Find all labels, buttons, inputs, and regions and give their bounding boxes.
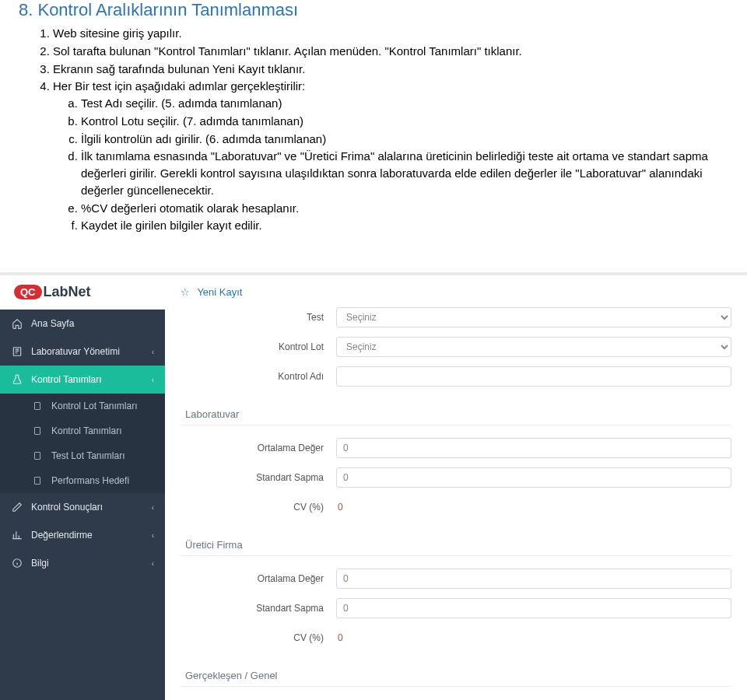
chevron-left-icon: ‹ [152, 503, 154, 512]
input-lab-std[interactable] [336, 467, 731, 488]
home-icon [11, 318, 23, 329]
doc-heading: 8. Kontrol Aralıklarının Tanımlanması [19, 0, 728, 20]
label-cv: CV (%) [181, 502, 336, 513]
svg-rect-3 [35, 453, 40, 460]
doc-substep: Kaydet ile girilen bilgiler kayıt edilir… [81, 217, 728, 234]
label-ort: Ortalama Değer [181, 443, 336, 453]
sidebar-item-label: Kontrol Tanımları [51, 425, 122, 436]
sidebar-item-label: Değerlendirme [31, 530, 93, 541]
main-panel: ☆ Yeni Kayıt Test Seçiniz Kontrol Lot Se… [165, 275, 747, 700]
section-uretici: Üretici Firma [181, 525, 731, 556]
doc-substep: İlgili kontrolün adı girilir. (6. adımda… [81, 131, 728, 148]
sidebar: QC LabNet Ana Sayfa Laboratuvar Yönetimi… [0, 275, 165, 700]
sidebar-item-kontrol-sonuclari[interactable]: Kontrol Sonuçları ‹ [0, 493, 165, 521]
sidebar-item-label: Laboratuvar Yönetimi [31, 346, 120, 357]
value-ur-cv: 0 [336, 632, 343, 643]
lab-icon [11, 346, 23, 357]
input-ur-std[interactable] [336, 598, 731, 618]
document-icon [31, 401, 44, 411]
chevron-left-icon: ‹ [152, 376, 154, 384]
doc-step: Sol tarafta bulunan "Kontrol Tanımları" … [53, 43, 728, 60]
label-std: Standart Sapma [181, 603, 336, 614]
label-test: Test [181, 312, 336, 323]
chevron-left-icon: ‹ [152, 531, 154, 540]
sidebar-sub-kontrol[interactable]: Kontrol Tanımları [0, 418, 165, 443]
pencil-icon [11, 502, 23, 513]
page-title: ☆ Yeni Kayıt [181, 275, 731, 306]
select-test[interactable]: Seçiniz [336, 307, 731, 327]
doc-ordered-list: Web sitesine giriş yapılır. Sol tarafta … [19, 25, 728, 234]
input-ur-ort[interactable] [336, 569, 731, 589]
row-ur-cv: CV (%) 0 [181, 626, 731, 649]
label-cv: CV (%) [181, 632, 336, 643]
flask-icon [11, 374, 23, 385]
doc-step: Her Bir test için aşağıdaki adımlar gerç… [53, 78, 728, 234]
logo-labnet: LabNet [44, 284, 91, 300]
chevron-left-icon: ‹ [152, 348, 154, 356]
row-kontrol-lot: Kontrol Lot Seçiniz [181, 335, 731, 359]
input-kontrol-adi[interactable] [336, 366, 731, 387]
input-lab-ort[interactable] [336, 438, 731, 458]
sidebar-item-label: Bilgi [31, 558, 49, 569]
document-icon [31, 451, 44, 460]
row-ur-std: Standart Sapma [181, 597, 731, 620]
row-lab-std: Standart Sapma [181, 466, 731, 489]
sidebar-item-label: Ana Sayfa [31, 318, 74, 329]
value-lab-cv: 0 [336, 502, 343, 513]
sidebar-item-label: Performans Hedefi [51, 475, 129, 486]
sidebar-item-label: Kontrol Sonuçları [31, 502, 103, 513]
section-gerceklesen: Gerçekleşen / Genel [181, 656, 731, 687]
svg-rect-4 [35, 478, 40, 485]
sidebar-sub-test-lot[interactable]: Test Lot Tanımları [0, 443, 165, 468]
doc-step: Ekranın sağ tarafında bulunan Yeni Kayıt… [53, 61, 728, 78]
info-icon [11, 558, 23, 569]
document-icon [31, 476, 44, 485]
bar-chart-icon [11, 530, 23, 541]
logo: QC LabNet [0, 275, 165, 310]
row-lab-ort: Ortalama Değer [181, 436, 731, 460]
doc-step-text: Her Bir test için aşağıdaki adımlar gerç… [53, 79, 305, 93]
star-icon: ☆ [181, 286, 190, 298]
sidebar-item-kontrol-tanimlari[interactable]: Kontrol Tanımları ‹ [0, 366, 165, 394]
document-icon [31, 426, 44, 436]
row-test: Test Seçiniz [181, 306, 731, 329]
svg-rect-2 [35, 428, 40, 435]
doc-substep: %CV değerleri otomatik olarak hesaplanır… [81, 200, 728, 217]
label-kontrol-adi: Kontrol Adı [181, 371, 336, 382]
select-kontrol-lot[interactable]: Seçiniz [336, 337, 731, 357]
doc-sublist: Test Adı seçilir. (5. adımda tanımlanan)… [53, 95, 728, 234]
doc-substep: Test Adı seçilir. (5. adımda tanımlanan) [81, 95, 728, 112]
row-lab-cv: CV (%) 0 [181, 495, 731, 519]
doc-step: Web sitesine giriş yapılır. [53, 25, 728, 42]
doc-substep: Kontrol Lotu seçilir. (7. adımda tanımla… [81, 113, 728, 130]
logo-qc-badge: QC [14, 285, 42, 299]
row-ur-ort: Ortalama Değer [181, 567, 731, 590]
page-title-text: Yeni Kayıt [197, 286, 242, 298]
sidebar-sub-performans[interactable]: Performans Hedefi [0, 468, 165, 493]
row-kontrol-adi: Kontrol Adı [181, 365, 731, 388]
app-screenshot: QC LabNet Ana Sayfa Laboratuvar Yönetimi… [0, 272, 747, 700]
doc-section: 8. Kontrol Aralıklarının Tanımlanması We… [0, 0, 747, 250]
sidebar-item-home[interactable]: Ana Sayfa [0, 310, 165, 338]
chevron-left-icon: ‹ [152, 559, 154, 568]
label-ort: Ortalama Değer [181, 573, 336, 584]
doc-substep: İlk tanımlama esnasında "Laboratuvar" ve… [81, 148, 728, 198]
label-kontrol-lot: Kontrol Lot [181, 341, 336, 352]
sidebar-sub-kontrol-lot[interactable]: Kontrol Lot Tanımları [0, 394, 165, 418]
sidebar-item-label: Test Lot Tanımları [51, 450, 125, 461]
sidebar-item-degerlendirme[interactable]: Değerlendirme ‹ [0, 521, 165, 549]
sidebar-item-label: Kontrol Lot Tanımları [51, 401, 138, 411]
label-std: Standart Sapma [181, 472, 336, 483]
sidebar-item-lab-mgmt[interactable]: Laboratuvar Yönetimi ‹ [0, 338, 165, 366]
section-laboratuvar: Laboratuvar [181, 394, 731, 425]
svg-rect-1 [35, 403, 40, 410]
sidebar-item-label: Kontrol Tanımları [31, 374, 102, 385]
sidebar-item-bilgi[interactable]: Bilgi ‹ [0, 549, 165, 577]
